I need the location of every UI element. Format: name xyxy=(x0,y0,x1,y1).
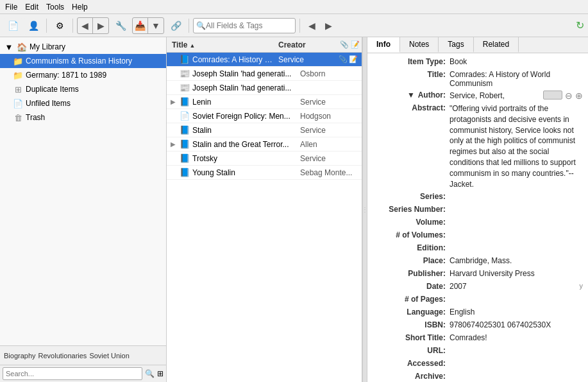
search-icon: 🔍 xyxy=(196,21,206,30)
toolbar-separator-2 xyxy=(72,19,73,33)
refresh-button[interactable]: ↻ xyxy=(576,19,584,31)
list-item[interactable]: 📘 Trotsky Service xyxy=(167,152,362,166)
left-filter-icon[interactable]: ⊞ xyxy=(157,369,164,378)
right-panel: Info Notes Tags Related Item Type: Book … xyxy=(367,37,588,382)
tag-bar: Biography Revolutionaries Soviet Union xyxy=(0,345,166,365)
menu-edit[interactable]: Edit xyxy=(25,3,38,12)
sync-button[interactable]: ⚙ xyxy=(51,17,69,35)
item-creator: Service xyxy=(278,55,336,64)
library-tree: ▼ 🏠 My Library 📁 Communism & Russian His… xyxy=(0,37,166,345)
list-items: 📘 Comrades: A History of W... Service 📎 … xyxy=(167,53,362,382)
col-creator-header[interactable]: Creator xyxy=(276,40,340,49)
item-title: Joseph Stalin 'had generati... xyxy=(192,83,298,92)
tree-item-my-library[interactable]: ▼ 🏠 My Library xyxy=(0,40,166,54)
info-row-series-number: Series Number: xyxy=(367,204,588,216)
label-volume: Volume: xyxy=(373,218,449,227)
tree-item-unfiled[interactable]: 📄 Unfiled Items xyxy=(0,96,166,110)
list-item[interactable]: 📰 Joseph Stalin 'had generati... Osborn xyxy=(167,67,362,81)
import-dropdown[interactable]: ▼ xyxy=(148,18,164,33)
value-language[interactable]: English xyxy=(449,308,583,317)
author-add-button[interactable]: ⊕ xyxy=(575,91,583,101)
trash-label: Trash xyxy=(26,113,45,122)
expand-icon[interactable]: ▶ xyxy=(171,141,177,148)
value-date[interactable]: 2007 xyxy=(449,282,577,291)
value-publisher[interactable]: Harvard University Press xyxy=(449,269,583,278)
list-item[interactable]: 📘 Stalin Service xyxy=(167,123,362,137)
trash-icon: 🗑 xyxy=(13,113,23,123)
expand-icon[interactable]: ▶ xyxy=(171,98,177,105)
new-collection-button[interactable]: 👤 xyxy=(24,17,42,35)
label-url: URL: xyxy=(373,346,449,355)
info-row-accessed: Accessed: xyxy=(367,358,588,370)
search-input[interactable] xyxy=(206,21,289,30)
col-title-header[interactable]: Title ▲ xyxy=(169,40,276,49)
info-row-item-type: Item Type: Book xyxy=(367,56,588,69)
tab-notes[interactable]: Notes xyxy=(400,37,439,53)
attach-link-button[interactable]: 🔗 xyxy=(167,17,185,35)
tab-bar: Info Notes Tags Related xyxy=(367,37,588,53)
toolbar-separator-4 xyxy=(299,19,300,33)
item-type-icon: 📘 xyxy=(180,55,190,64)
import-button[interactable]: 📥 xyxy=(133,18,148,33)
item-type-icon: 📘 xyxy=(180,168,190,177)
info-row-volume: Volume: xyxy=(367,216,588,229)
info-row-abstract: Abstract: "Offering vivid portraits of t… xyxy=(367,102,588,191)
value-author[interactable]: Service, Robert, xyxy=(449,91,538,100)
value-short-title[interactable]: Comrades! xyxy=(449,333,583,342)
vertical-divider[interactable]: ⋮ xyxy=(362,37,367,382)
menu-help[interactable]: Help xyxy=(72,3,88,12)
tag-biography[interactable]: Biography xyxy=(4,352,36,360)
item-title: Young Stalin xyxy=(192,168,298,177)
left-panel: ▼ 🏠 My Library 📁 Communism & Russian His… xyxy=(0,37,167,382)
back-button[interactable]: ◀ xyxy=(78,18,93,33)
tab-info[interactable]: Info xyxy=(367,37,400,53)
list-item[interactable]: 📄 Soviet Foreign Policy: Men... Hodgson xyxy=(167,109,362,123)
list-item[interactable]: ▶ 📘 Lenin Service xyxy=(167,95,362,109)
list-item[interactable]: 📘 Comrades: A History of W... Service 📎 … xyxy=(167,53,362,67)
value-title[interactable]: Comrades: A History of World Communism xyxy=(449,70,583,88)
main-content: ▼ 🏠 My Library 📁 Communism & Russian His… xyxy=(0,37,588,382)
value-abstract[interactable]: "Offering vivid portraits of the protago… xyxy=(449,103,583,189)
toolbar-separator-3 xyxy=(189,19,189,33)
menu-tools[interactable]: Tools xyxy=(46,3,64,12)
list-item[interactable]: 📘 Young Stalin Sebag Monte... xyxy=(167,166,362,180)
tree-item-germany[interactable]: 📁 Germany: 1871 to 1989 xyxy=(0,68,166,82)
tree-item-duplicates[interactable]: ⊞ Duplicate Items xyxy=(0,82,166,96)
list-item[interactable]: 📰 Joseph Stalin 'had generati... xyxy=(167,81,362,95)
attachment-icon: 📎 xyxy=(339,55,348,64)
note-icon: 📝 xyxy=(349,55,358,64)
author-toggle-icon[interactable]: ▼ xyxy=(407,91,415,100)
label-place: Place: xyxy=(373,256,449,265)
label-series: Series: xyxy=(373,192,449,201)
item-type-icon: 📘 xyxy=(180,153,190,163)
info-row-language: Language: English xyxy=(367,306,588,319)
info-row-edition: Edition: xyxy=(367,242,588,255)
prev-result-button[interactable]: ◀ xyxy=(304,18,319,33)
item-title: Stalin and the Great Terror... xyxy=(192,140,298,149)
tree-item-trash[interactable]: 🗑 Trash xyxy=(0,110,166,125)
info-row-isbn: ISBN: 9780674025301 067402530X xyxy=(367,319,588,332)
value-isbn[interactable]: 9780674025301 067402530X xyxy=(449,320,583,329)
add-by-identifier-button[interactable]: 🔧 xyxy=(112,17,130,35)
item-creator: Service xyxy=(300,154,358,163)
forward-button[interactable]: ▶ xyxy=(93,18,108,33)
tag-soviet-union[interactable]: Soviet Union xyxy=(89,352,129,360)
tree-item-communism[interactable]: 📁 Communism & Russian History xyxy=(0,54,166,68)
label-date: Date: xyxy=(373,282,449,291)
value-place[interactable]: Cambridge, Mass. xyxy=(449,256,583,265)
author-remove-button[interactable]: ⊖ xyxy=(565,91,573,101)
next-result-button[interactable]: ▶ xyxy=(321,18,336,33)
list-item[interactable]: ▶ 📘 Stalin and the Great Terror... Allen xyxy=(167,137,362,152)
item-creator: Osborn xyxy=(300,69,358,78)
label-pages: # of Pages: xyxy=(373,295,449,304)
info-row-num-volumes: # of Volumes: xyxy=(367,229,588,242)
tab-tags[interactable]: Tags xyxy=(439,37,473,53)
tag-revolutionaries[interactable]: Revolutionaries xyxy=(38,352,87,360)
left-search-input[interactable] xyxy=(3,367,142,380)
tab-related[interactable]: Related xyxy=(474,37,519,53)
item-title: Comrades: A History of W... xyxy=(192,55,276,64)
left-search-icon: 🔍 xyxy=(145,369,155,378)
label-archive: Archive: xyxy=(373,372,449,381)
new-item-button[interactable]: 📄 xyxy=(4,17,22,35)
menu-file[interactable]: File xyxy=(5,3,17,12)
